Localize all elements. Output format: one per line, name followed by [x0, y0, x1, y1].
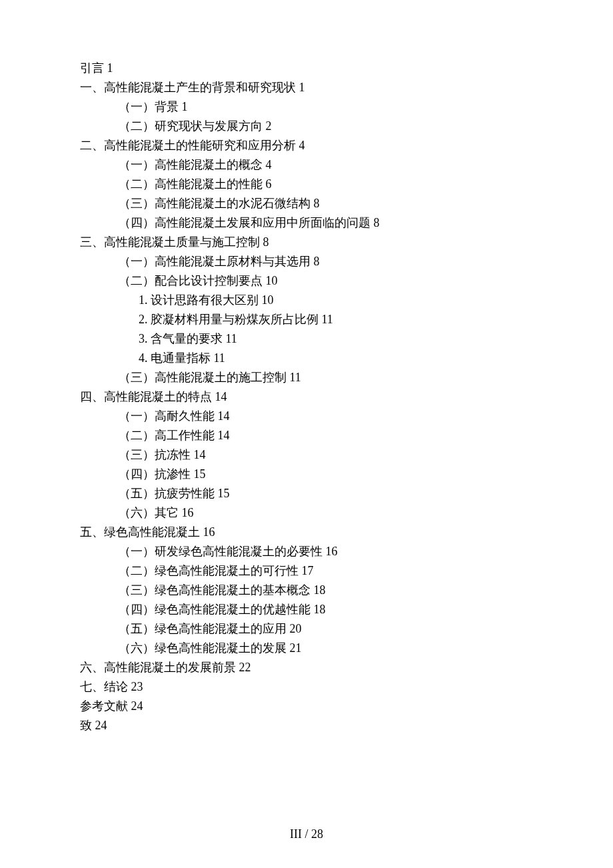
toc-label: （二）高工作性能: [119, 429, 215, 442]
toc-entry: （一）高性能混凝土原材料与其选用 8: [119, 252, 533, 271]
toc-entry: 3. 含气量的要求 11: [139, 329, 533, 349]
toc-label: （一）高性能混凝土原材料与其选用: [119, 255, 310, 268]
toc-page: 14: [212, 390, 227, 403]
toc-page: 6: [263, 177, 272, 191]
toc-entry: （一）高耐久性能 14: [119, 407, 533, 426]
toc-label: （三）高性能混凝土的水泥石微结构: [119, 197, 310, 210]
page-footer: III / 28: [0, 827, 613, 841]
toc-page: 4: [263, 158, 272, 171]
toc-page: 18: [310, 583, 326, 597]
toc-entry: （三）高性能混凝土的施工控制 11: [119, 368, 533, 387]
toc-page: 8: [370, 216, 380, 229]
toc-label: （三）抗冻性: [119, 448, 191, 461]
toc-page: 11: [211, 351, 225, 365]
toc-entry: （三）绿色高性能混凝土的基本概念 18: [119, 581, 533, 600]
toc-label: 致: [80, 719, 92, 732]
toc-page: 14: [191, 448, 206, 461]
toc-label: （六）其它: [119, 506, 179, 519]
toc-page: 8: [260, 235, 269, 249]
toc-page: 1: [179, 100, 188, 113]
toc-entry: （二）绿色高性能混凝土的可行性 17: [119, 561, 533, 581]
toc-container: 引言 1一、高性能混凝土产生的背景和研究现状 1（一）背景 1（二）研究现状与发…: [0, 0, 613, 735]
toc-entry: （五）绿色高性能混凝土的应用 20: [119, 619, 533, 639]
toc-label: （五）绿色高性能混凝土的应用: [119, 622, 287, 635]
toc-entry: （六）绿色高性能混凝土的发展 21: [119, 639, 533, 658]
toc-page: 14: [215, 429, 230, 442]
toc-page: 24: [128, 699, 143, 713]
toc-entry: （二）研究现状与发展方向 2: [119, 117, 533, 136]
toc-label: 六、高性能混凝土的发展前景: [80, 661, 236, 674]
toc-entry: （二）配合比设计控制要点 10: [119, 271, 533, 291]
toc-entry: （四）抗渗性 15: [119, 465, 533, 484]
toc-entry: （三）抗冻性 14: [119, 445, 533, 465]
toc-label: （二）配合比设计控制要点: [119, 274, 263, 287]
toc-entry: 致 24: [80, 716, 533, 735]
toc-page: 11: [287, 371, 301, 384]
toc-label: （二）研究现状与发展方向: [119, 119, 263, 133]
toc-entry: （二）高性能混凝土的性能 6: [119, 175, 533, 194]
toc-label: 一、高性能混凝土产生的背景和研究现状: [80, 81, 296, 94]
toc-page: 21: [287, 641, 302, 655]
toc-page: 24: [92, 719, 107, 732]
toc-entry: 五、绿色高性能混凝土 16: [80, 523, 533, 542]
toc-page: 8: [310, 255, 320, 268]
toc-page: 11: [318, 313, 333, 326]
toc-entry: （三）高性能混凝土的水泥石微结构 8: [119, 194, 533, 213]
toc-entry: 4. 电通量指标 11: [139, 349, 533, 368]
toc-entry: （四）高性能混凝土发展和应用中所面临的问题 8: [119, 213, 533, 233]
toc-page: 16: [200, 525, 215, 539]
toc-entry: 1. 设计思路有很大区别 10: [139, 291, 533, 310]
toc-page: 23: [128, 680, 143, 693]
toc-page: 1: [296, 81, 305, 94]
toc-label: 引言: [80, 61, 104, 75]
toc-entry: （一）研发绿色高性能混凝土的必要性 16: [119, 542, 533, 561]
toc-page: 15: [215, 487, 230, 500]
toc-page: 22: [236, 661, 251, 674]
toc-label: 五、绿色高性能混凝土: [80, 525, 200, 539]
toc-entry: （四）绿色高性能混凝土的优越性能 18: [119, 600, 533, 619]
toc-label: （二）高性能混凝土的性能: [119, 177, 263, 191]
toc-entry: 七、结论 23: [80, 677, 533, 697]
toc-page: 20: [287, 622, 302, 635]
toc-label: （五）抗疲劳性能: [119, 487, 215, 500]
toc-label: 七、结论: [80, 680, 128, 693]
toc-label: 参考文献: [80, 699, 128, 713]
toc-label: （四）抗渗性: [119, 467, 191, 481]
toc-page: 10: [259, 293, 274, 307]
toc-page: 8: [310, 197, 320, 210]
toc-label: 2. 胶凝材料用量与粉煤灰所占比例: [139, 313, 318, 326]
toc-page: 14: [215, 409, 230, 423]
toc-label: 3. 含气量的要求: [139, 332, 223, 345]
toc-label: （一）背景: [119, 100, 179, 113]
toc-label: 二、高性能混凝土的性能研究和应用分析: [80, 139, 296, 152]
toc-entry: 参考文献 24: [80, 697, 533, 716]
toc-entry: 六、高性能混凝土的发展前景 22: [80, 658, 533, 677]
toc-label: （二）绿色高性能混凝土的可行性: [119, 564, 299, 577]
toc-entry: 四、高性能混凝土的特点 14: [80, 387, 533, 407]
toc-label: （四）绿色高性能混凝土的优越性能: [119, 603, 310, 616]
toc-page: 11: [223, 332, 237, 345]
toc-page: 10: [263, 274, 278, 287]
toc-page: 17: [299, 564, 314, 577]
toc-entry: （一）背景 1: [119, 97, 533, 117]
toc-page: 4: [296, 139, 305, 152]
toc-page: 16: [179, 506, 194, 519]
toc-page: 2: [263, 119, 272, 133]
toc-entry: （六）其它 16: [119, 503, 533, 523]
toc-page: 18: [310, 603, 326, 616]
toc-page: 1: [104, 61, 113, 75]
toc-label: （六）绿色高性能混凝土的发展: [119, 641, 287, 655]
toc-entry: （五）抗疲劳性能 15: [119, 484, 533, 503]
toc-entry: 引言 1: [80, 59, 533, 78]
toc-label: 四、高性能混凝土的特点: [80, 390, 212, 403]
toc-entry: 三、高性能混凝土质量与施工控制 8: [80, 233, 533, 252]
toc-entry: 2. 胶凝材料用量与粉煤灰所占比例 11: [139, 310, 533, 329]
toc-page: 15: [191, 467, 206, 481]
toc-label: （一）高耐久性能: [119, 409, 215, 423]
toc-label: 三、高性能混凝土质量与施工控制: [80, 235, 260, 249]
toc-label: （一）研发绿色高性能混凝土的必要性: [119, 545, 322, 558]
toc-label: （四）高性能混凝土发展和应用中所面临的问题: [119, 216, 370, 229]
toc-label: （一）高性能混凝土的概念: [119, 158, 263, 171]
toc-entry: （一）高性能混凝土的概念 4: [119, 155, 533, 175]
toc-label: 1. 设计思路有很大区别: [139, 293, 259, 307]
